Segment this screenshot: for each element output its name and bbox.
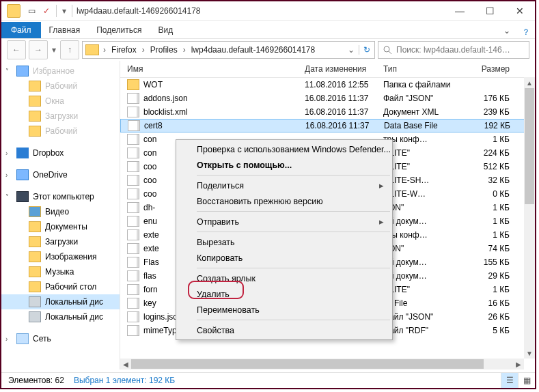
expand-icon[interactable]: › <box>5 335 8 343</box>
sidebar-item-dropbox[interactable]: ›Dropbox <box>1 145 120 160</box>
svg-line-1 <box>389 51 391 54</box>
context-menu-item[interactable]: Поделиться▸ <box>178 178 391 193</box>
file-icon <box>127 270 139 281</box>
file-type: Data Base File <box>384 121 462 130</box>
context-menu-item[interactable]: Свойства <box>178 322 391 338</box>
maximize-button[interactable]: ☐ <box>475 1 505 20</box>
table-row[interactable]: addons.json16.08.2016 11:37Файл "JSON"17… <box>120 92 535 105</box>
file-type: QLITE-W… <box>383 189 462 199</box>
context-menu-item[interactable]: Вырезать <box>178 234 391 250</box>
address-bar: ← → ▾ ↑ › Firefox › Profiles › lwp4daau.… <box>1 39 535 61</box>
icons-view-button[interactable]: ▦ <box>518 373 535 388</box>
col-type[interactable]: Тип <box>383 64 462 74</box>
minimize-button[interactable]: — <box>445 1 475 20</box>
folder-icon <box>29 221 41 232</box>
chevron-right-icon[interactable]: › <box>102 45 107 55</box>
close-button[interactable]: ✕ <box>505 1 535 20</box>
sidebar-item-localdisk[interactable]: Локальный дис <box>1 309 120 324</box>
file-type: QLITE-SH… <box>383 176 462 185</box>
expand-icon[interactable]: ˅ <box>5 68 9 75</box>
sidebar-item-network[interactable]: ›Сеть <box>1 331 120 346</box>
file-icon <box>127 284 139 295</box>
sidebar-item-music[interactable]: Музыка <box>1 264 120 279</box>
scroll-right-icon[interactable]: ▶ <box>513 361 524 368</box>
details-view-button[interactable]: ☰ <box>501 373 518 388</box>
dropbox-icon <box>16 148 29 158</box>
crumb[interactable]: Profiles <box>146 45 182 55</box>
scroll-down-icon[interactable]: ▼ <box>524 348 535 359</box>
sidebar-item[interactable]: Загрузки <box>1 109 120 124</box>
status-selection: Выбран 1 элемент: 192 КБ <box>74 376 175 385</box>
up-button[interactable]: ↑ <box>60 40 79 59</box>
tab-share[interactable]: Поделиться <box>88 22 150 38</box>
context-menu-item[interactable]: Удалить <box>178 286 391 302</box>
scroll-left-icon[interactable]: ◀ <box>120 361 131 368</box>
table-row[interactable]: cert816.08.2016 11:37Data Base File192 К… <box>120 119 535 132</box>
crumb[interactable]: lwp4daau.default-1469266014178 <box>187 45 320 55</box>
context-menu-item[interactable]: Отправить▸ <box>178 214 391 229</box>
context-menu-item[interactable]: Восстановить прежнюю версию <box>178 193 391 209</box>
chevron-right-icon[interactable]: › <box>141 45 146 55</box>
folder-icon <box>29 111 41 122</box>
crumb[interactable]: Firefox <box>107 45 141 55</box>
scroll-thumb[interactable] <box>525 88 534 204</box>
sidebar-label: Локальный дис <box>45 312 103 322</box>
table-row[interactable]: blocklist.xml16.08.2016 11:37Документ XM… <box>120 105 535 119</box>
ribbon-toggle-icon[interactable]: ⌄ <box>497 23 517 38</box>
qat-check-icon[interactable]: ✓ <box>40 4 53 18</box>
col-name[interactable]: Имя <box>120 64 305 74</box>
sidebar-item[interactable]: Окна <box>1 94 120 109</box>
file-icon <box>127 257 139 268</box>
sidebar-item-docs[interactable]: Документы <box>1 219 120 234</box>
file-name: WOT <box>143 80 163 89</box>
scroll-up-icon[interactable]: ▲ <box>524 77 535 88</box>
help-icon[interactable]: ？ <box>517 27 535 38</box>
context-menu-item[interactable]: Переименовать <box>178 302 391 318</box>
col-size[interactable]: Размер <box>462 64 518 74</box>
back-button[interactable]: ← <box>7 40 26 59</box>
chevron-right-icon[interactable]: › <box>182 45 187 55</box>
qat-properties-icon[interactable]: ▭ <box>25 4 38 18</box>
context-menu-item[interactable]: Проверка с использованием Windows Defend… <box>178 141 391 157</box>
expand-icon[interactable]: › <box>5 150 8 157</box>
file-name: coo <box>143 189 156 199</box>
sidebar-label: Dropbox <box>33 148 64 158</box>
tab-view[interactable]: Вид <box>150 22 181 38</box>
collapse-icon[interactable]: ˅ <box>5 193 9 201</box>
file-size: 1 КБ <box>462 230 518 240</box>
sidebar-item[interactable]: Рабочий <box>1 79 120 94</box>
submenu-arrow-icon: ▸ <box>379 180 384 191</box>
expand-icon[interactable]: › <box>5 171 8 179</box>
context-menu-item[interactable]: Копировать <box>178 250 391 266</box>
file-icon <box>127 161 139 172</box>
sidebar-item-video[interactable]: Видео <box>1 204 120 219</box>
address-dropdown-icon[interactable]: ⌄ <box>344 45 359 55</box>
col-date[interactable]: Дата изменения <box>305 64 383 74</box>
horizontal-scrollbar[interactable]: ◀ ▶ <box>120 359 524 369</box>
drive-icon <box>29 311 41 322</box>
recent-dropdown-icon[interactable]: ▾ <box>51 45 57 55</box>
sidebar-item-downloads[interactable]: Загрузки <box>1 234 120 249</box>
vertical-scrollbar[interactable]: ▲ ▼ <box>524 77 535 359</box>
context-menu-item[interactable]: Создать ярлык <box>178 270 391 286</box>
qat-dropdown-icon[interactable]: ▾ <box>59 6 69 16</box>
search-input[interactable]: Поиск: lwp4daau.default-146… <box>378 41 529 59</box>
sidebar-item-desktop[interactable]: Рабочий стол <box>1 279 120 294</box>
file-name: flas <box>143 271 156 281</box>
forward-button[interactable]: → <box>29 40 48 59</box>
sidebar-item[interactable]: Рабочий <box>1 124 120 139</box>
table-row[interactable]: WOT11.08.2016 12:55Папка с файлами <box>120 78 535 92</box>
sidebar-item-onedrive[interactable]: ›OneDrive <box>1 167 120 182</box>
file-type: ый докум… <box>383 271 462 281</box>
file-tab[interactable]: Файл <box>1 22 41 38</box>
sidebar-item-pictures[interactable]: Изображения <box>1 249 120 264</box>
tab-home[interactable]: Главная <box>41 22 89 38</box>
column-headers[interactable]: Имя Дата изменения Тип Размер <box>120 61 535 78</box>
sidebar-item[interactable]: ˅Избранное <box>1 64 120 79</box>
sidebar-item-localdisk[interactable]: Локальный дис <box>1 294 120 309</box>
refresh-button[interactable]: ↻ <box>359 45 374 55</box>
sidebar-item-thispc[interactable]: ˅Этот компьютер <box>1 189 120 204</box>
context-menu-item[interactable]: Открыть с помощью... <box>178 157 391 173</box>
scroll-thumb[interactable] <box>131 359 484 369</box>
breadcrumb[interactable]: › Firefox › Profiles › lwp4daau.default-… <box>82 41 375 59</box>
